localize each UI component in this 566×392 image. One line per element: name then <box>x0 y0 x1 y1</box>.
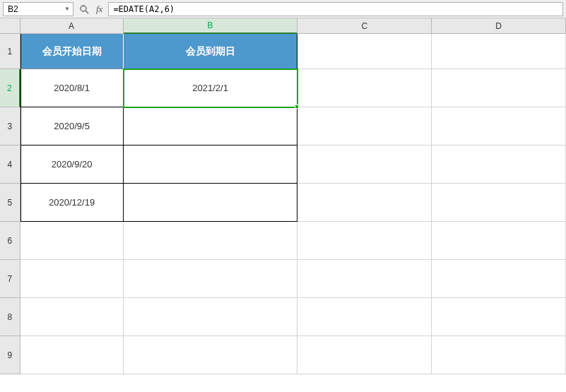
cell-C1[interactable] <box>297 34 432 69</box>
row-2: 2 2020/8/1 2021/2/1 <box>0 69 566 107</box>
cell-C7[interactable] <box>297 260 432 298</box>
row-header-8[interactable]: 8 <box>0 298 20 336</box>
cell-A2[interactable]: 2020/8/1 <box>20 69 124 107</box>
cell-D1[interactable] <box>432 34 566 69</box>
cell-D7[interactable] <box>432 260 566 298</box>
cell-D6[interactable] <box>432 222 566 260</box>
cell-D3[interactable] <box>432 107 566 145</box>
name-box-dropdown-icon[interactable]: ▼ <box>63 6 71 12</box>
row-6: 6 <box>0 222 566 260</box>
formula-toolbar: B2 ▼ fx =EDATE(A2,6) <box>0 0 566 18</box>
cell-B8[interactable] <box>124 298 298 336</box>
row-4: 4 2020/9/20 <box>0 145 566 184</box>
cell-A6[interactable] <box>20 222 124 260</box>
col-header-C[interactable]: C <box>297 18 432 34</box>
row-header-1[interactable]: 1 <box>0 34 20 69</box>
cell-A5[interactable]: 2020/12/19 <box>20 184 124 222</box>
cell-B9[interactable] <box>124 336 298 374</box>
cell-D8[interactable] <box>432 298 566 336</box>
formula-bar-value: =EDATE(A2,6) <box>113 4 175 14</box>
cell-D5[interactable] <box>432 184 566 222</box>
cell-A1[interactable]: 会员开始日期 <box>20 34 124 69</box>
cell-A3[interactable]: 2020/9/5 <box>20 107 124 145</box>
col-header-D[interactable]: D <box>432 18 566 34</box>
svg-point-0 <box>81 6 86 11</box>
rows-container: 1 会员开始日期 会员到期日 2 2020/8/1 2021/2/1 3 202… <box>0 34 566 374</box>
formula-bar[interactable]: =EDATE(A2,6) <box>108 2 563 16</box>
row-7: 7 <box>0 260 566 298</box>
row-5: 5 2020/12/19 <box>0 184 566 222</box>
cell-A7[interactable] <box>20 260 124 298</box>
row-header-2[interactable]: 2 <box>0 69 20 107</box>
row-header-5[interactable]: 5 <box>0 184 20 222</box>
cell-B5[interactable] <box>124 184 298 222</box>
row-9: 9 <box>0 336 566 374</box>
cell-C3[interactable] <box>297 107 432 145</box>
cell-B3[interactable] <box>124 107 298 145</box>
row-1: 1 会员开始日期 会员到期日 <box>0 34 566 69</box>
row-8: 8 <box>0 298 566 336</box>
name-box[interactable]: B2 ▼ <box>3 2 73 16</box>
cell-C2[interactable] <box>297 69 432 107</box>
cell-D2[interactable] <box>432 69 566 107</box>
cell-A4[interactable]: 2020/9/20 <box>20 145 124 184</box>
cell-C4[interactable] <box>297 145 432 184</box>
cell-D4[interactable] <box>432 145 566 184</box>
cell-B2[interactable]: 2021/2/1 <box>124 69 298 107</box>
col-header-A[interactable]: A <box>20 18 124 34</box>
row-header-3[interactable]: 3 <box>0 107 20 145</box>
select-all-corner[interactable] <box>0 18 20 34</box>
name-box-value: B2 <box>8 4 18 14</box>
svg-line-1 <box>86 11 88 13</box>
zoom-icon[interactable] <box>78 3 90 16</box>
spreadsheet-grid[interactable]: A B C D 1 会员开始日期 会员到期日 2 2020/8/1 2021/2… <box>0 18 566 392</box>
cell-B7[interactable] <box>124 260 298 298</box>
cell-A9[interactable] <box>20 336 124 374</box>
cell-A8[interactable] <box>20 298 124 336</box>
row-header-9[interactable]: 9 <box>0 336 20 374</box>
row-header-7[interactable]: 7 <box>0 260 20 298</box>
row-3: 3 2020/9/5 <box>0 107 566 145</box>
cell-C9[interactable] <box>297 336 432 374</box>
cell-B2-value: 2021/2/1 <box>192 83 228 93</box>
fill-handle[interactable] <box>295 105 299 109</box>
cell-B6[interactable] <box>124 222 298 260</box>
cell-C6[interactable] <box>297 222 432 260</box>
fx-icon[interactable]: fx <box>95 4 104 15</box>
cell-C5[interactable] <box>297 184 432 222</box>
column-headers: A B C D <box>0 18 566 34</box>
col-header-B[interactable]: B <box>124 18 298 34</box>
row-header-6[interactable]: 6 <box>0 222 20 260</box>
cell-B4[interactable] <box>124 145 298 184</box>
row-header-4[interactable]: 4 <box>0 145 20 184</box>
cell-D9[interactable] <box>432 336 566 374</box>
cell-C8[interactable] <box>297 298 432 336</box>
cell-B1[interactable]: 会员到期日 <box>124 34 298 69</box>
